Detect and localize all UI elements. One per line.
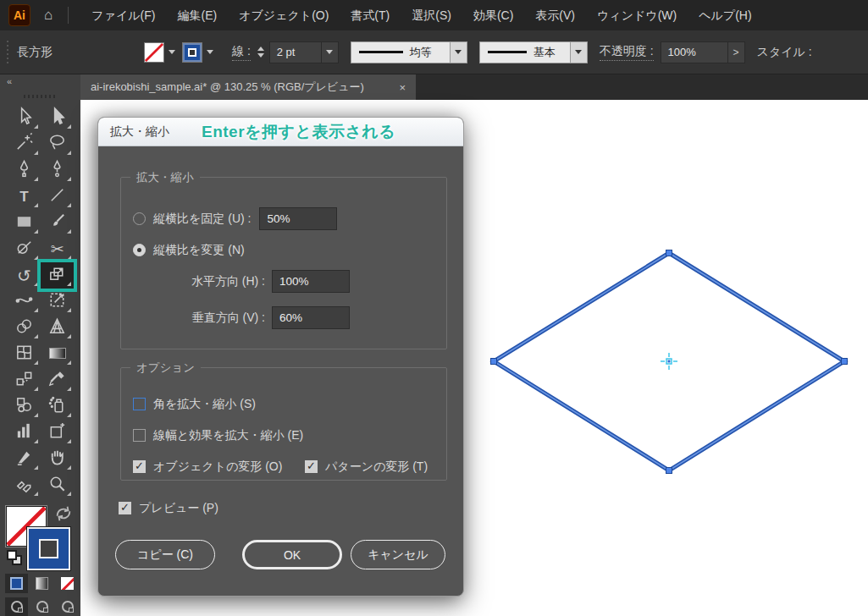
- app-logo-icon[interactable]: Ai: [8, 4, 30, 26]
- print-tiling-tool-icon: [14, 474, 34, 497]
- stroke-weight-value[interactable]: 2 pt: [269, 41, 322, 63]
- direct-selection-tool[interactable]: [41, 105, 74, 131]
- pen-tool[interactable]: [8, 157, 41, 184]
- brush-value: 基本: [534, 45, 556, 60]
- symbols-tool[interactable]: [8, 393, 41, 420]
- scale-strokes-checkbox[interactable]: [133, 429, 146, 442]
- menu-file[interactable]: ファイル(F): [80, 0, 166, 30]
- toolbar-grip[interactable]: [24, 95, 58, 98]
- none-paint-button[interactable]: [56, 574, 79, 593]
- draw-behind-icon: [36, 601, 48, 613]
- rectangle-tool[interactable]: [8, 210, 41, 236]
- collapse-panel-button[interactable]: «: [7, 76, 13, 86]
- hand-tool[interactable]: [41, 446, 74, 472]
- line-segment-tool[interactable]: [41, 184, 74, 210]
- scale-corners-label[interactable]: 角を拡大・縮小 (S): [153, 397, 256, 412]
- fill-color-swatch[interactable]: [144, 42, 164, 63]
- opacity-label[interactable]: 不透明度 :: [600, 44, 654, 61]
- tab-close-icon[interactable]: ×: [399, 81, 406, 94]
- uniform-radio-label[interactable]: 縦横比を固定 (U) :: [153, 212, 251, 227]
- draw-behind-button[interactable]: [30, 597, 53, 616]
- zoom-tool-icon: [47, 474, 67, 497]
- column-graph-tool[interactable]: [8, 420, 41, 446]
- zoom-tool[interactable]: [41, 472, 74, 498]
- artboard-tool[interactable]: [41, 420, 74, 446]
- rotate-tool[interactable]: ↺: [8, 262, 41, 289]
- shape-builder-tool-icon: [14, 316, 34, 339]
- menu-type[interactable]: 書式(T): [340, 0, 401, 30]
- transform-objects-label[interactable]: オブジェクトの変形 (O): [153, 459, 282, 475]
- copy-button[interactable]: コピー (C): [115, 540, 215, 569]
- width-tool[interactable]: [8, 289, 41, 315]
- symbol-sprayer-tool[interactable]: [41, 393, 74, 420]
- curvature-tool[interactable]: [41, 157, 74, 184]
- stroke-weight-label[interactable]: 線 :: [232, 44, 251, 61]
- brush-chevron-icon[interactable]: [571, 41, 588, 63]
- menu-window[interactable]: ウィンドウ(W): [586, 0, 688, 30]
- transform-patterns-label[interactable]: パターンの変形 (T): [325, 459, 428, 475]
- blend-tool[interactable]: [8, 367, 41, 393]
- draw-inside-button[interactable]: [56, 597, 79, 616]
- perspective-grid-tool[interactable]: [41, 315, 74, 341]
- swap-fill-stroke-icon[interactable]: [54, 504, 73, 526]
- menu-separator: [68, 7, 69, 24]
- opacity-value[interactable]: 100%: [661, 41, 728, 63]
- preview-checkbox[interactable]: [119, 502, 131, 514]
- gradient-paint-button[interactable]: [30, 574, 53, 593]
- vertical-scale-field[interactable]: 60%: [272, 306, 350, 329]
- selection-tool[interactable]: [8, 105, 41, 131]
- type-tool[interactable]: T: [8, 184, 41, 210]
- non-uniform-radio[interactable]: [133, 244, 146, 256]
- brush-definition-dropdown[interactable]: 基本: [479, 41, 571, 63]
- magic-wand-tool[interactable]: [8, 131, 41, 157]
- transform-patterns-checkbox[interactable]: [305, 460, 318, 473]
- lasso-tool[interactable]: [41, 131, 74, 157]
- home-icon[interactable]: ⌂: [44, 7, 53, 24]
- none-icon: [61, 577, 74, 590]
- scale-tool[interactable]: [41, 262, 74, 289]
- stroke-dropdown-chevron-icon[interactable]: [207, 50, 213, 54]
- profile-chevron-icon[interactable]: [451, 41, 467, 63]
- perspective-grid-tool-icon: [47, 316, 67, 339]
- color-paint-button[interactable]: [5, 574, 28, 593]
- scale-corners-checkbox[interactable]: [133, 398, 146, 410]
- horizontal-scale-field[interactable]: 100%: [272, 270, 350, 293]
- stroke-weight-chevron-icon[interactable]: [322, 41, 339, 63]
- non-uniform-radio-label[interactable]: 縦横比を変更 (N): [153, 243, 245, 258]
- shaper-tool[interactable]: [8, 236, 41, 262]
- stroke-weight-stepper[interactable]: [257, 47, 264, 58]
- default-fill-stroke-icon[interactable]: [7, 550, 24, 567]
- menu-object[interactable]: オブジェクト(O): [228, 0, 340, 30]
- scissors-tool[interactable]: ✂: [41, 236, 74, 262]
- opacity-more-button[interactable]: >: [728, 41, 745, 63]
- document-tab[interactable]: ai-irekobishi_sample.ai* @ 130.25 % (RGB…: [80, 74, 416, 100]
- menu-select[interactable]: 選択(S): [401, 0, 462, 30]
- width-profile-dropdown[interactable]: 均等: [351, 41, 451, 63]
- fill-dropdown-chevron-icon[interactable]: [169, 50, 175, 54]
- uniform-radio[interactable]: [133, 212, 146, 225]
- stroke-proxy-swatch[interactable]: [27, 527, 70, 570]
- ok-button[interactable]: OK: [242, 540, 342, 569]
- uniform-scale-field[interactable]: 50%: [259, 207, 337, 230]
- eyedropper-tool[interactable]: [41, 367, 74, 393]
- transform-objects-checkbox[interactable]: [133, 460, 146, 473]
- slice-tool[interactable]: [8, 446, 41, 472]
- preview-label[interactable]: プレビュー (P): [139, 501, 218, 516]
- menu-view[interactable]: 表示(V): [524, 0, 586, 30]
- document-title: ai-irekobishi_sample.ai* @ 130.25 % (RGB…: [91, 80, 364, 95]
- menu-effect[interactable]: 効果(C): [462, 0, 524, 30]
- draw-normal-button[interactable]: [5, 597, 28, 616]
- mesh-tool[interactable]: [8, 341, 41, 367]
- panel-grip[interactable]: [7, 41, 8, 64]
- gradient-tool[interactable]: [41, 341, 74, 367]
- cancel-button[interactable]: キャンセル: [351, 540, 445, 569]
- print-tiling-tool[interactable]: [8, 472, 41, 498]
- document-tab-bar: ai-irekobishi_sample.ai* @ 130.25 % (RGB…: [80, 74, 868, 100]
- menu-edit[interactable]: 編集(E): [166, 0, 228, 30]
- shape-builder-tool[interactable]: [8, 315, 41, 341]
- menu-help[interactable]: ヘルプ(H): [688, 0, 762, 30]
- paintbrush-tool[interactable]: [41, 210, 74, 236]
- free-transform-tool[interactable]: [41, 289, 74, 315]
- stroke-color-swatch[interactable]: [182, 42, 202, 63]
- scale-strokes-label[interactable]: 線幅と効果を拡大・縮小 (E): [153, 428, 303, 443]
